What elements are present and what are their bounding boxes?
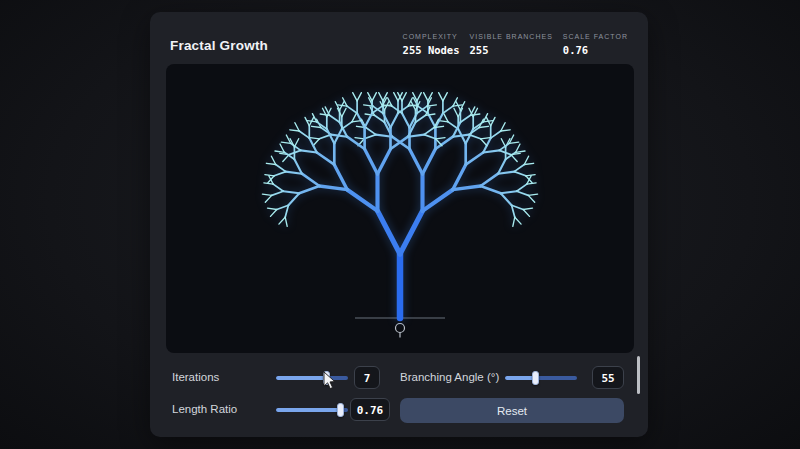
fractal-svg xyxy=(166,64,634,353)
stat-complexity-value: 255 Nodes xyxy=(403,44,460,56)
reset-button[interactable]: Reset xyxy=(400,398,624,423)
stat-scale-factor: SCALE FACTOR 0.76 xyxy=(563,33,628,56)
stat-complexity-label: COMPLEXITY xyxy=(403,33,460,40)
tree-icon xyxy=(396,324,405,338)
fractal-canvas xyxy=(166,64,634,353)
branching-angle-slider[interactable] xyxy=(505,371,577,385)
iterations-label: Iterations xyxy=(172,371,219,383)
stat-visible-branches-label: VISIBLE BRANCHES xyxy=(470,33,553,40)
stat-visible-branches-value: 255 xyxy=(470,44,553,56)
scrollbar-thumb[interactable] xyxy=(637,356,640,394)
branching-angle-value[interactable]: 55 xyxy=(592,366,624,389)
branching-angle-slider-thumb[interactable] xyxy=(532,371,539,385)
stat-visible-branches: VISIBLE BRANCHES 255 xyxy=(470,33,553,56)
iterations-value[interactable]: 7 xyxy=(354,366,380,389)
stats-bar: COMPLEXITY 255 Nodes VISIBLE BRANCHES 25… xyxy=(403,33,628,56)
length-ratio-slider[interactable] xyxy=(276,403,348,417)
mouse-cursor xyxy=(322,371,338,391)
fractal-tree xyxy=(262,93,537,318)
page-title: Fractal Growth xyxy=(170,38,268,53)
stat-scale-factor-label: SCALE FACTOR xyxy=(563,33,628,40)
fractal-app-card: Fractal Growth COMPLEXITY 255 Nodes VISI… xyxy=(150,12,648,437)
branching-angle-label: Branching Angle (°) xyxy=(400,371,499,383)
branching-angle-slider-track[interactable] xyxy=(505,376,577,380)
length-ratio-value[interactable]: 0.76 xyxy=(350,398,390,421)
stat-complexity: COMPLEXITY 255 Nodes xyxy=(403,33,460,56)
length-ratio-label: Length Ratio xyxy=(172,403,237,415)
stat-scale-factor-value: 0.76 xyxy=(563,44,628,56)
length-ratio-slider-thumb[interactable] xyxy=(337,403,344,417)
